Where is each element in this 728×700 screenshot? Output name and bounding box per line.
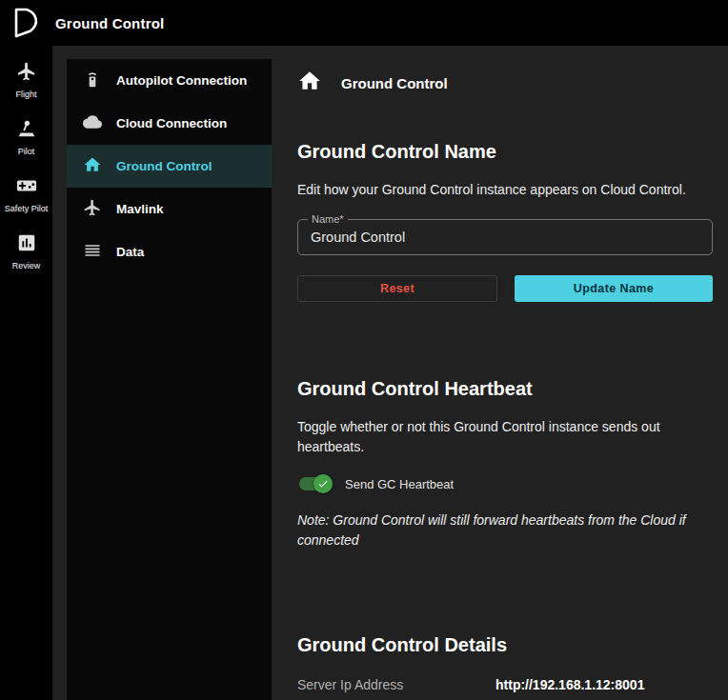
name-section-description: Edit how your Ground Control instance ap… — [297, 180, 713, 200]
sidebar-label-ground-control: Ground Control — [116, 159, 212, 173]
reset-button[interactable]: Reset — [297, 275, 497, 302]
name-section-heading: Ground Control Name — [297, 141, 713, 163]
heartbeat-section-heading: Ground Control Heartbeat — [297, 378, 713, 400]
server-ip-label: Server Ip Address — [297, 677, 495, 692]
rail-item-pilot[interactable]: Pilot — [0, 115, 52, 159]
topbar: Ground Control — [0, 0, 728, 46]
details-section-heading: Ground Control Details — [297, 634, 713, 656]
rail-label-pilot: Pilot — [18, 147, 35, 156]
heartbeat-section-description: Toggle whether or not this Ground Contro… — [297, 417, 713, 457]
gamepad-icon — [16, 175, 37, 200]
cloud-icon — [83, 112, 102, 135]
update-name-button[interactable]: Update Name — [515, 275, 713, 302]
sidebar-item-autopilot-connection[interactable]: Autopilot Connection — [67, 59, 272, 102]
page-title: Ground Control — [341, 75, 448, 91]
sidebar-label-autopilot-connection: Autopilot Connection — [116, 73, 247, 88]
name-field-label: Name* — [308, 213, 348, 225]
heartbeat-toggle-row: Send GC Heartbeat — [297, 474, 713, 493]
sidebar-item-data[interactable]: Data — [67, 230, 272, 273]
rail-item-review[interactable]: Review — [0, 230, 52, 273]
nav-rail: Flight Pilot Safety Pilot Review — [0, 46, 52, 700]
home-icon — [297, 69, 322, 97]
name-input[interactable] — [298, 220, 712, 254]
main-content: Ground Control Ground Control Name Edit … — [272, 46, 728, 700]
rail-label-flight: Flight — [15, 90, 36, 99]
rail-item-safety-pilot[interactable]: Safety Pilot — [0, 172, 52, 216]
page-header: Ground Control — [297, 69, 713, 97]
airplane-icon — [83, 198, 102, 221]
list-icon — [83, 241, 102, 264]
server-ip-value: http://192.168.1.12:8001 — [495, 677, 644, 692]
joystick-icon — [16, 118, 37, 143]
rail-label-review: Review — [12, 261, 41, 270]
flight-airplane-icon — [16, 61, 37, 86]
sidebar-label-cloud-connection: Cloud Connection — [116, 116, 227, 130]
sidebar-item-cloud-connection[interactable]: Cloud Connection — [67, 102, 272, 145]
toggle-thumb — [313, 474, 333, 493]
settings-sidebar: Autopilot Connection Cloud Connection Gr… — [67, 59, 272, 700]
name-actions: Reset Update Name — [297, 275, 713, 302]
app-logo-icon — [9, 6, 43, 40]
heartbeat-toggle-label: Send GC Heartbeat — [345, 477, 454, 491]
sidebar-label-mavlink: Mavlink — [116, 202, 164, 216]
sidebar-label-data: Data — [116, 245, 144, 259]
heartbeat-note: Note: Ground Control will still forward … — [297, 510, 713, 550]
name-field-wrapper: Name* — [297, 219, 713, 255]
sidebar-item-mavlink[interactable]: Mavlink — [67, 188, 272, 230]
rail-label-safety-pilot: Safety Pilot — [5, 204, 49, 213]
detail-row-server-ip: Server Ip Address http://192.168.1.12:80… — [297, 677, 713, 692]
rail-item-flight[interactable]: Flight — [0, 58, 52, 102]
home-icon — [83, 155, 102, 178]
app-title: Ground Control — [55, 15, 164, 31]
remote-controller-icon — [83, 70, 102, 92]
check-icon — [317, 478, 329, 490]
heartbeat-toggle[interactable] — [297, 474, 333, 493]
chart-icon — [16, 232, 37, 257]
sidebar-item-ground-control[interactable]: Ground Control — [67, 145, 272, 188]
